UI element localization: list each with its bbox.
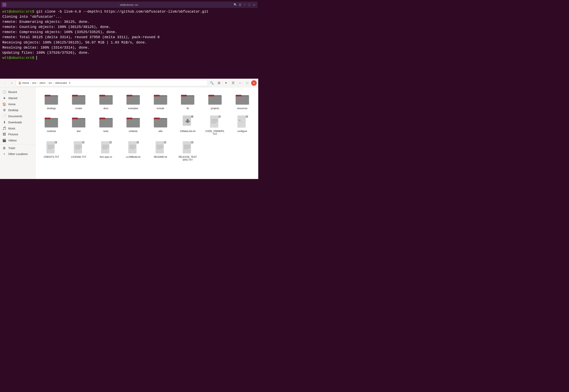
sidebar-item-trash[interactable]: 🗑 Trash — [0, 145, 35, 151]
file-label-resources: resources — [237, 107, 248, 110]
file-item-projects[interactable]: projects — [202, 90, 228, 112]
starred-icon: ★ — [2, 96, 6, 100]
file-item-cmake[interactable]: cmake — [66, 90, 92, 112]
sidebar-label-documents: Documents — [8, 115, 22, 118]
file-label-examples: examples — [128, 107, 138, 110]
svg-rect-38 — [154, 119, 167, 127]
terminal-line-9: Updating files: 100% (37526/37526), done… — [2, 50, 256, 55]
sidebar-item-desktop[interactable]: 🖥 Desktop — [0, 107, 35, 113]
breadcrumb-ollvm[interactable]: ollvm — [39, 81, 46, 85]
breadcrumb-dropdown[interactable]: ▾ — [68, 81, 71, 85]
file-item-release-testers[interactable]: RELEASE_TESTERS.TXT — [175, 139, 201, 163]
terminal-prompt-2: wtt@ubuntu:src$ — [2, 56, 36, 60]
back-button[interactable]: ‹ — [1, 80, 8, 86]
file-item-credits[interactable]: CREDITS.TXT — [39, 139, 64, 163]
terminal-controls: 🔍 ☰ ─ □ ✕ — [234, 3, 256, 6]
maximize-button[interactable]: □ — [244, 80, 250, 86]
breadcrumb-obfuscator[interactable]: obfuscator — [54, 81, 68, 85]
view-toggle-button[interactable]: ▾ — [223, 80, 229, 86]
search-button[interactable]: 🔍 — [209, 80, 215, 86]
file-item-tools[interactable]: tools — [93, 113, 119, 138]
minimize-button[interactable]: ─ — [237, 80, 243, 86]
svg-rect-8 — [99, 96, 113, 105]
file-label-lib: lib — [186, 107, 189, 110]
sidebar-item-other-locations[interactable]: + Other Locations — [0, 151, 35, 157]
file-item-docs[interactable]: docs — [93, 90, 119, 112]
file-item-examples[interactable]: examples — [120, 90, 146, 112]
terminal-line-2: Cloning into 'obfuscator'... — [2, 14, 256, 19]
file-label-projects: projects — [211, 107, 219, 110]
downloads-icon: ⬇ — [2, 120, 6, 124]
other-locations-icon: + — [2, 152, 6, 156]
terminal-window: wtt@ubuntu: src 🔍 ☰ ─ □ ✕ wtt@ubuntu:src… — [0, 0, 258, 79]
file-item-include[interactable]: include — [148, 90, 173, 112]
sidebar-item-videos[interactable]: 🎬 Videos — [0, 137, 35, 143]
terminal-prompt-1: wtt@ubuntu:src$ — [2, 10, 36, 14]
file-item-readme[interactable]: README.txt — [148, 139, 173, 163]
terminal-line-6: remote: Total 38125 (delta 3314), reused… — [2, 35, 256, 40]
file-item-runtimes[interactable]: runtimes — [39, 113, 64, 138]
file-item-bindings[interactable]: bindings — [39, 90, 64, 112]
svg-rect-35 — [126, 119, 140, 127]
file-item-license[interactable]: LICENSE.TXT — [66, 139, 92, 163]
sidebar-item-pictures[interactable]: 🖼 Pictures — [0, 131, 35, 137]
sidebar-label-other: Other Locations — [8, 153, 28, 155]
close-button[interactable]: ✕ — [251, 80, 257, 86]
file-item-lib[interactable]: lib — [175, 90, 201, 112]
breadcrumb-env[interactable]: env — [31, 81, 37, 85]
file-item-cmakelists[interactable]: CMakeLists.txt — [175, 113, 201, 138]
file-item-test[interactable]: test — [66, 113, 92, 138]
view-options-button[interactable]: ⊞ — [216, 80, 222, 86]
svg-rect-20 — [208, 96, 222, 105]
trash-icon: 🗑 — [2, 146, 6, 150]
file-item-code-owners[interactable]: CODE_OWNERS.TXT — [202, 113, 228, 138]
terminal-app-icon — [2, 3, 6, 7]
file-label-unittests: unittests — [129, 130, 138, 133]
file-item-utils[interactable]: utils — [148, 113, 173, 138]
sidebar-item-music[interactable]: 🎵 Music — [0, 125, 35, 131]
file-label-readme: README.txt — [154, 155, 167, 159]
file-label-release-testers: RELEASE_TESTERS.TXT — [178, 155, 197, 162]
svg-text:>_: >_ — [239, 118, 243, 122]
list-view-button[interactable]: ☰ — [230, 80, 236, 86]
file-item-llvmbuild[interactable]: LLVMBuild.txt — [120, 139, 146, 163]
svg-rect-32 — [99, 119, 113, 127]
home-icon: 🏠 — [18, 82, 21, 84]
file-item-llvm-spec[interactable]: llvm.spec.in — [93, 139, 119, 163]
sidebar-label-pictures: Pictures — [8, 133, 18, 136]
close-icon[interactable]: ✕ — [252, 3, 256, 6]
file-label-credits: CREDITS.TXT — [44, 155, 59, 159]
terminal-content: wtt@ubuntu:src$ git clone -b llvm-4.0 --… — [1, 8, 257, 62]
fm-content: bindings cmake — [35, 87, 258, 179]
menu-icon[interactable]: ☰ — [238, 3, 242, 6]
breadcrumb-home[interactable]: 🏠 Home — [17, 81, 30, 85]
file-label-llvm-spec: llvm.spec.in — [100, 155, 112, 159]
file-label-code-owners: CODE_OWNERS.TXT — [205, 130, 225, 136]
file-label-include: include — [157, 107, 164, 110]
terminal-line-7: Receiving objects: 100% (38125/38125), 5… — [2, 40, 256, 45]
maximize-icon[interactable]: □ — [248, 3, 251, 6]
file-label-docs: docs — [103, 107, 108, 110]
file-label-cmakelists: CMakeLists.txt — [180, 130, 195, 133]
forward-button[interactable]: › — [9, 80, 15, 86]
sidebar-label-starred: Starred — [8, 97, 17, 100]
svg-rect-26 — [45, 119, 58, 127]
svg-rect-23 — [236, 96, 249, 105]
breadcrumb-src[interactable]: src — [48, 81, 53, 85]
file-label-llvmbuild: LLVMBuild.txt — [126, 155, 140, 159]
sidebar-item-starred[interactable]: ★ Starred — [0, 95, 35, 101]
file-label-test: test — [77, 130, 81, 133]
file-label-configure: configure — [237, 130, 247, 133]
sidebar-item-recent[interactable]: 🕐 Recent — [0, 89, 35, 95]
sidebar-item-documents[interactable]: 📄 Documents — [0, 113, 35, 119]
sidebar-item-downloads[interactable]: ⬇ Downloads — [0, 119, 35, 125]
file-item-configure[interactable]: >_ configure — [229, 113, 255, 138]
fm-main: 🕐 Recent ★ Starred 🏠 Home 🖥 Desktop 📄 Do… — [0, 87, 258, 179]
file-item-resources[interactable]: resources — [229, 90, 255, 112]
file-item-unittests[interactable]: unittests — [120, 113, 146, 138]
minimize-icon[interactable]: ─ — [243, 3, 247, 6]
terminal-line-1: wtt@ubuntu:src$ git clone -b llvm-4.0 --… — [2, 9, 256, 14]
sidebar-item-home[interactable]: 🏠 Home — [0, 101, 35, 107]
search-icon[interactable]: 🔍 — [234, 3, 237, 6]
terminal-line-4: remote: Counting objects: 100% (38125/38… — [2, 24, 256, 29]
